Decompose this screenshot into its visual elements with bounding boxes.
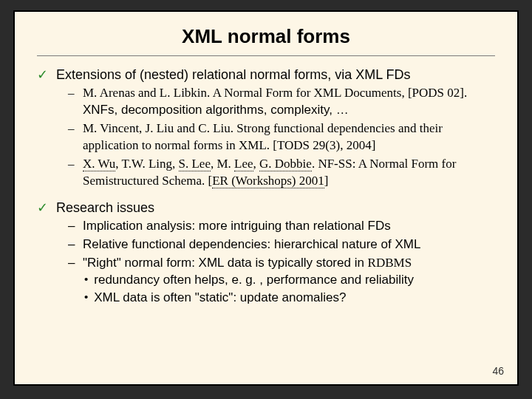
author-link: Lee [234, 157, 253, 171]
list-item: – "Right" normal form: XML data is typic… [68, 254, 495, 306]
item-text: X. Wu, T.W. Ling, S. Lee, M. Lee, G. Dob… [83, 155, 495, 189]
dash-icon: – [68, 236, 77, 253]
item-text: XML data is often "static": update anoma… [94, 289, 346, 306]
dash-icon: – [68, 84, 77, 101]
citation-link: ER (Workshops) 2001 [212, 174, 324, 188]
item-text: Relative functional dependencies: hierar… [83, 236, 420, 253]
author-link: S. Lee [179, 157, 211, 171]
list-item: – M. Arenas and L. Libkin. A Normal Form… [68, 84, 495, 118]
list-item: • redundancy often helps, e. g. , perfor… [84, 271, 495, 288]
slide: XML normal forms ✓ Extensions of (nested… [13, 10, 519, 386]
list-item: – Implication analysis: more intriguing … [68, 217, 495, 234]
author-link: X. Wu [83, 157, 115, 171]
dash-icon: – [68, 254, 77, 271]
section-extensions: ✓ Extensions of (nested) relational norm… [37, 66, 495, 189]
bullet-list: • redundancy often helps, e. g. , perfor… [84, 271, 495, 306]
section-heading: Extensions of (nested) relational normal… [56, 66, 411, 83]
dash-icon: – [68, 120, 77, 137]
author-link: G. Dobbie [259, 157, 312, 171]
list-item: • XML data is often "static": update ano… [84, 289, 495, 306]
bullet-icon: • [84, 271, 88, 287]
item-text: redundancy often helps, e. g. , performa… [94, 271, 414, 288]
list-item: – Relative functional dependencies: hier… [68, 236, 495, 253]
check-icon: ✓ [37, 66, 49, 83]
content-list: ✓ Extensions of (nested) relational norm… [37, 66, 495, 306]
divider [37, 55, 495, 56]
dash-icon: – [68, 217, 77, 234]
sub-list: – Implication analysis: more intriguing … [68, 217, 495, 306]
bullet-icon: • [84, 289, 88, 305]
slide-title: XML normal forms [37, 25, 495, 48]
dash-icon: – [68, 155, 77, 172]
check-icon: ✓ [37, 200, 49, 216]
item-text: M. Vincent, J. Liu and C. Liu. Strong fu… [83, 120, 495, 154]
slide-number: 46 [492, 365, 504, 377]
section-heading: Research issues [56, 200, 154, 216]
item-text: Implication analysis: more intriguing th… [83, 217, 391, 234]
item-text: "Right" normal form: XML data is typical… [83, 254, 412, 271]
sub-list: – M. Arenas and L. Libkin. A Normal Form… [68, 84, 495, 189]
item-text: M. Arenas and L. Libkin. A Normal Form f… [83, 84, 495, 118]
list-item: – M. Vincent, J. Liu and C. Liu. Strong … [68, 120, 495, 154]
list-item: – X. Wu, T.W. Ling, S. Lee, M. Lee, G. D… [68, 155, 495, 189]
section-research: ✓ Research issues – Implication analysis… [37, 200, 495, 306]
